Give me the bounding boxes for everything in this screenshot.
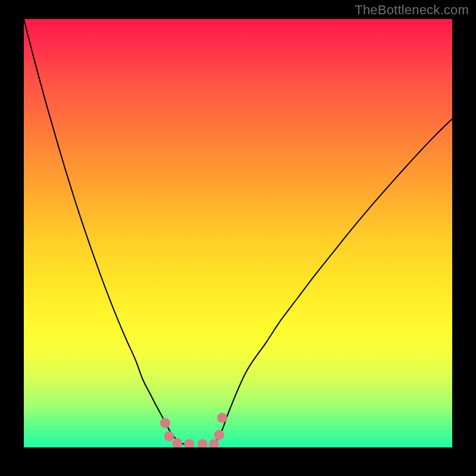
- chart-dots: [24, 19, 452, 447]
- plateau-dot: [217, 413, 227, 423]
- chart-frame: TheBottleneck.com: [0, 0, 476, 476]
- plateau-dot: [172, 438, 182, 447]
- chart-plot-area: [24, 19, 452, 447]
- plateau-dot: [198, 439, 208, 447]
- plateau-dot: [164, 431, 174, 441]
- watermark-text: TheBottleneck.com: [355, 2, 469, 18]
- plateau-dot: [209, 439, 219, 447]
- plateau-dot: [160, 418, 170, 428]
- plateau-dot: [184, 439, 194, 447]
- plateau-dot: [214, 430, 224, 440]
